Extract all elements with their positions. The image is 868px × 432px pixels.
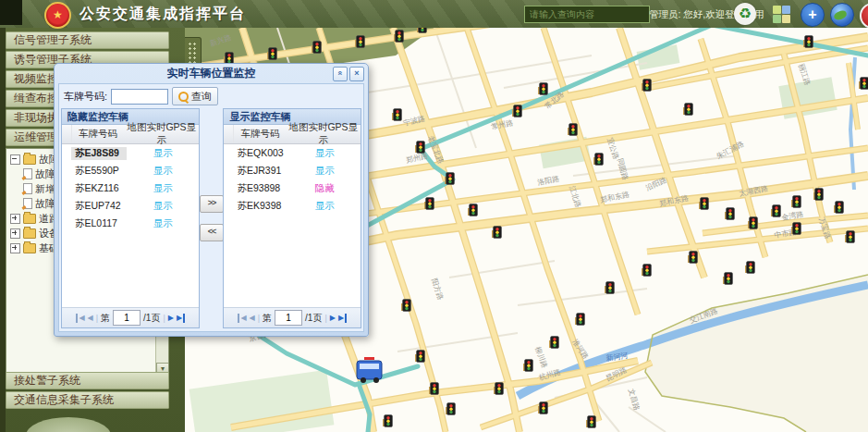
next-page-icon[interactable]: ▶	[168, 314, 174, 323]
expand-node-icon[interactable]	[10, 243, 20, 253]
traffic-light-icon[interactable]	[512, 105, 522, 117]
sidebar-item[interactable]: 交通信息采集子系统	[6, 391, 169, 409]
police-car-icon[interactable]	[357, 357, 382, 383]
traffic-light-icon[interactable]	[446, 403, 456, 415]
traffic-light-icon[interactable]	[688, 252, 698, 264]
vehicle-row[interactable]: 苏EQK003显示	[224, 144, 361, 162]
traffic-light-icon[interactable]	[549, 337, 559, 349]
gps-toggle-link[interactable]: 显示	[288, 147, 361, 160]
sidebar-item[interactable]: 信号管理子系统	[6, 31, 169, 49]
header-search-input[interactable]	[524, 6, 650, 23]
traffic-light-icon[interactable]	[845, 231, 855, 243]
traffic-light-icon[interactable]	[791, 196, 801, 208]
page-number-input[interactable]	[113, 310, 141, 326]
query-button[interactable]: 查询	[172, 87, 218, 105]
traffic-light-icon[interactable]	[417, 28, 427, 33]
traffic-light-icon[interactable]	[383, 415, 393, 427]
gps-toggle-link[interactable]: 隐藏	[288, 182, 361, 195]
page-label: 第	[101, 312, 110, 325]
traffic-light-icon[interactable]	[429, 383, 439, 395]
traffic-light-icon[interactable]	[642, 265, 652, 277]
first-page-icon[interactable]: ◀	[238, 314, 246, 323]
vehicle-row[interactable]: 苏EL0117显示	[62, 215, 199, 232]
vehicle-row[interactable]: 苏EK9398显示	[224, 197, 361, 215]
move-right-button[interactable]: >>	[200, 195, 224, 213]
last-page-icon[interactable]: ▶	[338, 314, 347, 323]
close-icon[interactable]: ×	[349, 67, 364, 81]
vehicle-row[interactable]: 苏EJR391显示	[224, 162, 361, 179]
traffic-light-icon[interactable]	[523, 360, 533, 372]
traffic-light-icon[interactable]	[468, 204, 478, 216]
gps-column-header: 地图实时GPS显示	[286, 121, 361, 147]
traffic-light-icon[interactable]	[568, 124, 578, 136]
traffic-light-icon[interactable]	[593, 154, 604, 166]
prev-page-icon[interactable]: ◀	[250, 314, 255, 323]
traffic-light-icon[interactable]	[424, 198, 434, 210]
traffic-light-icon[interactable]	[538, 83, 548, 95]
gps-toggle-link[interactable]: 显示	[127, 165, 199, 178]
application-window: 新兴路宁波路常州路老宝北路常北路宜公路同圆路郑州路洛阳路江北路郑和东路郑和东路太…	[0, 0, 868, 432]
traffic-light-icon[interactable]	[575, 314, 585, 326]
gps-toggle-link[interactable]: 显示	[288, 165, 361, 178]
vehicle-row[interactable]: 苏E5590P显示	[62, 162, 199, 179]
globe-icon[interactable]	[830, 3, 854, 27]
last-page-icon[interactable]: ▶	[177, 314, 185, 323]
traffic-light-icon[interactable]	[392, 109, 402, 121]
refresh-recycle-icon[interactable]: ♻	[734, 3, 756, 25]
traffic-light-icon[interactable]	[748, 217, 758, 229]
traffic-light-icon[interactable]	[586, 416, 596, 428]
gps-toggle-link[interactable]: 显示	[127, 147, 199, 160]
traffic-light-icon[interactable]	[725, 208, 735, 220]
traffic-light-icon[interactable]	[355, 36, 365, 48]
traffic-light-icon[interactable]	[771, 205, 781, 217]
plate-number-input[interactable]	[111, 89, 168, 105]
exit-icon[interactable]	[860, 3, 868, 29]
gps-toggle-link[interactable]: 显示	[127, 182, 199, 195]
vehicle-row[interactable]: 苏EKZ116显示	[62, 179, 199, 197]
expand-node-icon[interactable]	[10, 214, 20, 224]
page-number-input[interactable]	[275, 310, 302, 326]
gps-toggle-link[interactable]: 显示	[127, 200, 199, 213]
traffic-light-icon[interactable]	[803, 36, 813, 48]
traffic-light-icon[interactable]	[394, 31, 404, 43]
traffic-light-icon[interactable]	[683, 104, 693, 116]
traffic-light-icon[interactable]	[745, 262, 755, 274]
move-left-button[interactable]: <<	[200, 224, 224, 241]
collapse-icon[interactable]: «	[333, 67, 348, 81]
first-page-icon[interactable]: ◀	[76, 314, 84, 323]
traffic-light-icon[interactable]	[605, 282, 615, 294]
traffic-light-icon[interactable]	[791, 223, 801, 235]
traffic-light-icon[interactable]	[401, 300, 411, 312]
vehicle-row[interactable]: 苏EJ8S89显示	[62, 144, 199, 162]
zoom-in-icon[interactable]: +	[801, 3, 825, 27]
row-selector	[62, 179, 71, 197]
traffic-light-icon[interactable]	[415, 142, 425, 154]
traffic-light-icon[interactable]	[494, 383, 504, 395]
traffic-light-icon[interactable]	[538, 402, 548, 414]
collapse-node-icon[interactable]	[10, 154, 20, 165]
traffic-light-icon[interactable]	[834, 202, 844, 214]
sidebar-item[interactable]: 接处警子系统	[6, 372, 169, 389]
street-label: 柳川路	[533, 346, 549, 370]
gps-toggle-link[interactable]: 显示	[288, 200, 361, 213]
pager-left: ◀ ◀ | 第 /1页 | ▶ ▶	[62, 307, 199, 327]
traffic-light-icon[interactable]	[699, 198, 709, 210]
dialog-titlebar[interactable]: 实时车辆位置监控 « ×	[55, 64, 368, 83]
traffic-light-icon[interactable]	[267, 48, 277, 60]
traffic-light-icon[interactable]	[859, 78, 868, 90]
gps-toggle-link[interactable]: 显示	[127, 217, 199, 230]
traffic-light-icon[interactable]	[642, 80, 652, 92]
next-page-icon[interactable]: ▶	[330, 314, 336, 323]
map-layers-icon[interactable]	[773, 6, 790, 23]
traffic-light-icon[interactable]	[445, 173, 455, 185]
prev-page-icon[interactable]: ◀	[88, 314, 93, 323]
traffic-light-icon[interactable]	[723, 273, 733, 285]
expand-node-icon[interactable]	[10, 228, 20, 239]
traffic-light-icon[interactable]	[312, 42, 322, 54]
traffic-light-icon[interactable]	[492, 227, 502, 239]
traffic-light-icon[interactable]	[415, 351, 425, 363]
traffic-light-icon[interactable]	[813, 189, 824, 201]
vehicle-row[interactable]: 苏E93898隐藏	[224, 179, 361, 197]
header-corner-block	[0, 0, 22, 25]
vehicle-row[interactable]: 苏EUP742显示	[62, 197, 199, 215]
